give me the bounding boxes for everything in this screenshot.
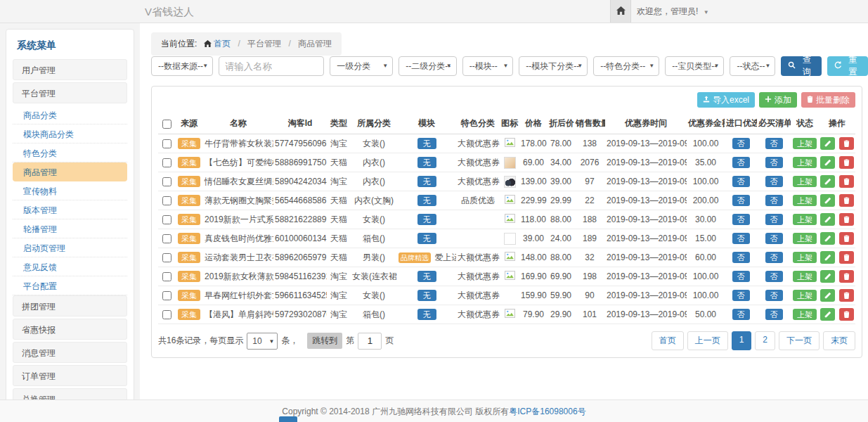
sidebar-item[interactable]: 平台配置 — [13, 276, 127, 295]
must-buy-toggle[interactable]: 否 — [765, 176, 783, 187]
must-buy-toggle[interactable]: 否 — [765, 271, 783, 282]
import-select-toggle[interactable]: 否 — [732, 271, 750, 282]
row-checkbox[interactable] — [162, 139, 171, 148]
must-buy-toggle[interactable]: 否 — [765, 290, 783, 301]
edit-button[interactable] — [820, 156, 835, 169]
row-checkbox[interactable] — [162, 177, 171, 186]
delete-button[interactable] — [839, 175, 854, 188]
delete-button[interactable] — [839, 232, 854, 245]
row-checkbox[interactable] — [162, 215, 171, 224]
module-none-badge[interactable]: 无 — [417, 309, 436, 320]
row-checkbox[interactable] — [162, 310, 171, 319]
sidebar-item[interactable]: 消息管理 — [13, 342, 127, 363]
sidebar-item[interactable]: 宣传物料 — [13, 181, 127, 200]
import-select-toggle[interactable]: 否 — [732, 138, 750, 149]
import-select-toggle[interactable]: 否 — [732, 214, 750, 225]
delete-button[interactable] — [839, 289, 854, 302]
sidebar-item[interactable]: 商品分类 — [13, 106, 127, 124]
status-toggle[interactable]: 上架 — [793, 214, 817, 225]
import-select-toggle[interactable]: 否 — [732, 252, 750, 263]
must-buy-toggle[interactable]: 否 — [765, 309, 783, 320]
sidebar-item[interactable]: 轮播管理 — [13, 219, 127, 238]
module-none-badge[interactable]: 无 — [417, 214, 436, 225]
filter-select[interactable]: --模块-- ▼ — [462, 56, 514, 76]
reset-button[interactable]: 重置 — [827, 56, 868, 76]
edit-button[interactable] — [820, 175, 835, 188]
data-source-select[interactable]: --数据来源-- ▼ — [151, 56, 213, 76]
import-select-toggle[interactable]: 否 — [732, 176, 750, 187]
search-button[interactable]: 查询 — [781, 56, 822, 76]
import-select-toggle[interactable]: 否 — [732, 157, 750, 168]
row-checkbox[interactable] — [162, 253, 171, 262]
filter-select[interactable]: --模块下分类-- ▼ — [519, 56, 588, 76]
pager-button[interactable]: 上一页 — [687, 331, 728, 350]
delete-button[interactable] — [839, 137, 854, 150]
pager-button[interactable]: 2 — [755, 331, 775, 350]
status-toggle[interactable]: 上架 — [793, 138, 817, 149]
icp-link[interactable]: 粤ICP备16098006号 — [509, 407, 585, 416]
row-checkbox[interactable] — [162, 196, 171, 205]
status-toggle[interactable]: 上架 — [793, 157, 817, 168]
filter-select[interactable]: 一级分类 ▼ — [330, 56, 393, 76]
must-buy-toggle[interactable]: 否 — [765, 252, 783, 263]
select-all-checkbox[interactable] — [162, 120, 171, 129]
must-buy-toggle[interactable]: 否 — [765, 157, 783, 168]
sidebar-item[interactable]: 平台管理 — [13, 82, 127, 103]
pager-button[interactable]: 1 — [732, 331, 752, 350]
delete-button[interactable] — [839, 156, 854, 169]
sidebar-item[interactable]: 意见反馈 — [13, 257, 127, 276]
status-toggle[interactable]: 上架 — [793, 290, 817, 301]
status-toggle[interactable]: 上架 — [793, 252, 817, 263]
module-none-badge[interactable]: 无 — [417, 195, 436, 206]
row-checkbox[interactable] — [162, 291, 171, 300]
per-page-select[interactable]: 10 ▼ — [247, 333, 278, 350]
must-buy-toggle[interactable]: 否 — [765, 214, 783, 225]
module-none-badge[interactable]: 无 — [417, 138, 436, 149]
sidebar-item[interactable]: 启动页管理 — [13, 238, 127, 257]
module-none-badge[interactable]: 无 — [417, 290, 436, 301]
filter-select[interactable]: --二级分类-- ▼ — [399, 56, 456, 76]
filter-select[interactable]: --宝贝类型-- ▼ — [665, 56, 724, 76]
row-checkbox[interactable] — [162, 272, 171, 281]
status-toggle[interactable]: 上架 — [793, 176, 817, 187]
edit-button[interactable] — [820, 289, 835, 302]
edit-button[interactable] — [820, 251, 835, 264]
delete-button[interactable] — [839, 308, 854, 321]
page-number-input[interactable] — [358, 333, 382, 350]
breadcrumb-home-link[interactable]: 首页 — [214, 39, 231, 49]
name-search-input[interactable] — [219, 56, 324, 76]
sidebar-item[interactable]: 商品管理 — [13, 162, 127, 181]
sidebar-item[interactable]: 用户管理 — [13, 59, 127, 80]
status-toggle[interactable]: 上架 — [793, 309, 817, 320]
edit-button[interactable] — [820, 194, 835, 207]
filter-select[interactable]: --特色分类-- ▼ — [593, 56, 659, 76]
module-none-badge[interactable]: 无 — [417, 233, 436, 244]
sidebar-item[interactable]: 版本管理 — [13, 200, 127, 219]
edit-button[interactable] — [820, 270, 835, 283]
import-select-toggle[interactable]: 否 — [732, 233, 750, 244]
module-none-badge[interactable]: 无 — [417, 271, 436, 282]
status-toggle[interactable]: 上架 — [793, 195, 817, 206]
must-buy-toggle[interactable]: 否 — [765, 233, 783, 244]
sidebar-item[interactable]: 订单管理 — [13, 365, 127, 386]
sidebar-item[interactable]: 特色分类 — [13, 143, 127, 162]
delete-button[interactable] — [839, 194, 854, 207]
must-buy-toggle[interactable]: 否 — [765, 195, 783, 206]
status-toggle[interactable]: 上架 — [793, 271, 817, 282]
sidebar-item[interactable]: 省惠快报 — [13, 319, 127, 340]
status-toggle[interactable]: 上架 — [793, 233, 817, 244]
batch-delete-button[interactable]: 批量删除 — [801, 92, 855, 108]
import-select-toggle[interactable]: 否 — [732, 195, 750, 206]
pager-button[interactable]: 末页 — [823, 331, 855, 350]
edit-button[interactable] — [820, 137, 835, 150]
import-select-toggle[interactable]: 否 — [732, 290, 750, 301]
sidebar-item[interactable]: 拼团管理 — [13, 295, 127, 316]
delete-button[interactable] — [839, 213, 854, 226]
add-button[interactable]: 添加 — [759, 92, 797, 108]
import-excel-button[interactable]: 导入excel — [697, 92, 755, 108]
row-checkbox[interactable] — [162, 234, 171, 243]
module-none-badge[interactable]: 无 — [417, 157, 436, 168]
pager-button[interactable]: 下一页 — [779, 331, 820, 350]
edit-button[interactable] — [820, 213, 835, 226]
row-checkbox[interactable] — [162, 158, 171, 167]
